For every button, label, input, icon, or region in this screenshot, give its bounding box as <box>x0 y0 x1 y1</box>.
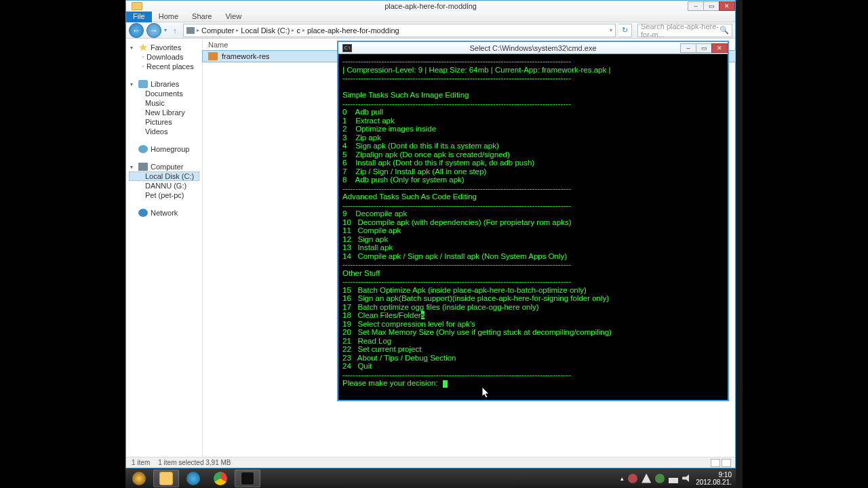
nav-libraries[interactable]: ▾Libraries <box>129 79 199 89</box>
nav-item-downloads[interactable]: Downloads <box>129 52 199 62</box>
network-icon <box>138 209 148 217</box>
cmd-icon <box>241 472 254 485</box>
nav-item-newlib[interactable]: New Library <box>129 108 199 117</box>
clock-date: 2012.08.21. <box>696 479 732 486</box>
back-button[interactable]: ← <box>129 23 144 38</box>
tab-share[interactable]: Share <box>185 12 218 22</box>
breadcrumb[interactable]: Computer <box>201 26 234 35</box>
volume-icon[interactable] <box>682 474 692 483</box>
explorer-titlebar[interactable]: place-apk-here-for-modding – ▭ ✕ <box>126 1 735 12</box>
nav-item-local-disk-c[interactable]: Local Disk (C:) <box>129 171 199 181</box>
computer-icon <box>138 163 148 171</box>
nav-item-dannu-g[interactable]: DANNU (G:) <box>129 181 199 190</box>
app-icon <box>186 472 200 485</box>
taskbar-chrome[interactable] <box>208 470 233 487</box>
cmd-menu-line: 2 Optimize images inside <box>342 125 436 133</box>
cmd-titlebar[interactable]: C:\ Select C:\Windows\system32\cmd.exe –… <box>338 42 728 54</box>
cmd-minimize-button[interactable]: – <box>680 43 696 53</box>
folder-icon <box>132 2 142 10</box>
cmd-title: Select C:\Windows\system32\cmd.exe <box>469 44 596 52</box>
address-bar[interactable]: ▸ Computer ▸ Local Disk (C:) ▸ c ▸ place… <box>183 24 616 37</box>
nav-item-videos[interactable]: Videos <box>129 127 199 136</box>
up-button[interactable]: ↑ <box>170 25 180 36</box>
cmd-menu-line: 17 Batch optimize ogg files (inside plac… <box>342 303 539 311</box>
cmd-divider: ----------------------------------------… <box>342 57 571 65</box>
cmd-menu-line: 15 Batch Optimize Apk (inside place-apk-… <box>342 286 587 294</box>
forward-button[interactable]: → <box>146 23 161 38</box>
cmd-icon: C:\ <box>342 44 352 52</box>
homegroup-icon <box>138 145 148 153</box>
tray-icon[interactable] <box>655 474 665 483</box>
cmd-close-button[interactable]: ✕ <box>711 43 728 53</box>
tab-file[interactable]: File <box>126 12 152 22</box>
apk-icon <box>208 52 218 60</box>
cmd-section-simple: Simple Tasks Such As Image Editing <box>342 91 469 99</box>
taskbar-clock[interactable]: 9:10 2012.08.21. <box>696 471 732 486</box>
collapse-icon: ▾ <box>130 164 136 170</box>
view-icons-button[interactable] <box>722 459 731 467</box>
nav-network[interactable]: Network <box>129 208 199 218</box>
tab-view[interactable]: View <box>218 12 248 22</box>
cmd-maximize-button[interactable]: ▭ <box>696 43 712 53</box>
cursor-icon <box>443 380 448 388</box>
show-hidden-icons[interactable]: ▴ <box>620 475 624 482</box>
search-input[interactable]: Search place-apk-here-for-m... 🔍 <box>637 24 732 37</box>
nav-item-pet-pc[interactable]: Pet (pet-pc) <box>129 190 199 200</box>
nav-computer[interactable]: ▾Computer <box>129 162 199 171</box>
cmd-menu-line: 6 Install apk (Dont do this if system ap… <box>342 159 534 167</box>
search-icon: 🔍 <box>719 26 729 35</box>
taskbar-explorer[interactable] <box>153 470 179 487</box>
network-icon[interactable] <box>669 474 678 483</box>
cmd-menu-line: 13 Install apk <box>342 243 393 251</box>
history-dropdown-icon[interactable]: ▾ <box>164 27 167 33</box>
taskbar-app[interactable] <box>180 470 206 487</box>
cmd-menu-line: 16 Sign an apk(Batch support)(inside pla… <box>342 294 609 302</box>
cmd-menu-line: 24 Quit <box>342 362 372 370</box>
breadcrumb[interactable]: Local Disk (C:) <box>241 26 290 35</box>
breadcrumb[interactable]: c <box>296 26 300 35</box>
cmd-menu-line: 3 Zip apk <box>342 134 381 142</box>
refresh-button[interactable]: ↻ <box>618 24 632 37</box>
cmd-section-advanced: Advanced Tasks Such As Code Editing <box>342 192 477 201</box>
nav-item-pictures[interactable]: Pictures <box>129 117 199 127</box>
chevron-down-icon[interactable]: ▾ <box>610 27 612 33</box>
cmd-output[interactable]: ----------------------------------------… <box>338 54 728 400</box>
cmd-divider: ----------------------------------------… <box>342 74 571 82</box>
computer-icon <box>186 27 195 34</box>
navigation-pane: ▾Favorites Downloads Recent places ▾Libr… <box>126 39 203 457</box>
close-button[interactable]: ✕ <box>719 1 735 11</box>
cmd-divider: ----------------------------------------… <box>342 184 571 192</box>
cmd-menu-line: 9 Decompile apk <box>342 209 407 218</box>
chevron-right-icon: ▸ <box>236 27 239 33</box>
folder-icon <box>142 66 144 67</box>
nav-favorites[interactable]: ▾Favorites <box>129 43 199 52</box>
minimize-button[interactable]: – <box>688 1 704 11</box>
cmd-divider: ----------------------------------------… <box>342 201 571 209</box>
nav-item-music[interactable]: Music <box>129 98 199 108</box>
file-name: framework-res <box>222 52 269 60</box>
breadcrumb[interactable]: place-apk-here-for-modding <box>307 26 399 35</box>
star-icon <box>138 43 148 52</box>
nav-item-documents[interactable]: Documents <box>129 89 199 98</box>
collapse-icon: ▾ <box>130 81 136 87</box>
maximize-button[interactable]: ▭ <box>703 1 719 11</box>
cmd-menu-line: 19 Select compression level for apk's <box>342 320 475 328</box>
cmd-section-other: Other Stuff <box>342 269 380 277</box>
view-details-button[interactable] <box>711 459 720 467</box>
tray-icon[interactable] <box>628 474 637 483</box>
tab-home[interactable]: Home <box>152 12 185 22</box>
cmd-divider: ----------------------------------------… <box>342 100 571 108</box>
taskbar-cmd[interactable] <box>235 470 260 487</box>
cmd-menu-line: 23 About / Tips / Debug Section <box>342 354 456 362</box>
cmd-menu-line: 8 Adb push (Only for system apk) <box>342 176 465 184</box>
wow-icon <box>132 472 146 485</box>
cmd-divider: ----------------------------------------… <box>342 277 571 285</box>
action-center-icon[interactable] <box>642 474 651 483</box>
nav-homegroup[interactable]: Homegroup <box>129 144 199 154</box>
cmd-menu-line: 12 Sign apk <box>342 235 388 243</box>
cmd-menu-line: 0 Adb pull <box>342 108 383 116</box>
cmd-menu-line: 1 Extract apk <box>342 117 395 125</box>
nav-item-recent[interactable]: Recent places <box>129 62 199 71</box>
clock-time: 9:10 <box>696 471 732 479</box>
taskbar-wow[interactable] <box>126 470 152 487</box>
